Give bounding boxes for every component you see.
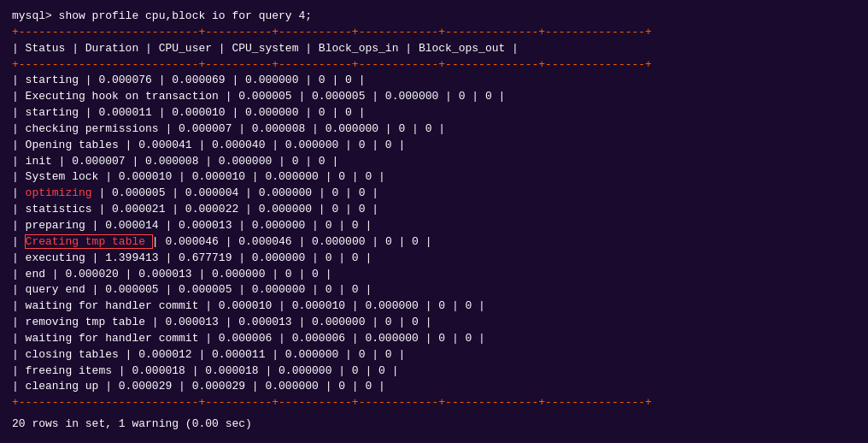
table-row: | checking permissions | 0.000007 | 0.00… — [12, 121, 856, 138]
result-line: 20 rows in set, 1 warning (0.00 sec) — [12, 416, 856, 433]
table-row: | waiting for handler commit | 0.000010 … — [12, 298, 856, 315]
table-row: | waiting for handler commit | 0.000006 … — [12, 331, 856, 347]
prompt-line: mysql> show profile cpu,block io for que… — [12, 9, 312, 22]
table-row: | init | 0.000007 | 0.000008 | 0.000000 … — [12, 154, 856, 170]
table-row: | Creating tmp table | 0.000046 | 0.0000… — [12, 234, 856, 251]
table-row: | freeing items | 0.000018 | 0.000018 | … — [12, 363, 856, 380]
table-header: | Status | Duration | CPU_user | CPU_sys… — [12, 41, 856, 57]
table-row: | System lock | 0.000010 | 0.000010 | 0.… — [12, 169, 856, 186]
table-row: | starting | 0.000011 | 0.000010 | 0.000… — [12, 105, 856, 121]
table-row: | Opening tables | 0.000041 | 0.000040 |… — [12, 138, 856, 154]
table-row: | end | 0.000020 | 0.000013 | 0.000000 |… — [12, 267, 856, 283]
table-row: | Executing hook on transaction | 0.0000… — [12, 89, 856, 105]
table-row: | removing tmp table | 0.000013 | 0.0000… — [12, 315, 856, 331]
table-row: | statistics | 0.000021 | 0.000022 | 0.0… — [12, 202, 856, 218]
table-row: | starting | 0.000076 | 0.000069 | 0.000… — [12, 73, 856, 89]
table-row: | closing tables | 0.000012 | 0.000011 |… — [12, 347, 856, 363]
terminal-output: mysql> show profile cpu,block io for que… — [12, 9, 856, 25]
table-container: +---------------------------+----------+… — [12, 25, 856, 411]
table-row: | executing | 1.399413 | 0.677719 | 0.00… — [12, 251, 856, 267]
table-row: | query end | 0.000005 | 0.000005 | 0.00… — [12, 282, 856, 298]
table-row: | cleaning up | 0.000029 | 0.000029 | 0.… — [12, 379, 856, 395]
table-row: | preparing | 0.000014 | 0.000013 | 0.00… — [12, 218, 856, 234]
table-row: | optimizing | 0.000005 | 0.000004 | 0.0… — [12, 186, 856, 202]
